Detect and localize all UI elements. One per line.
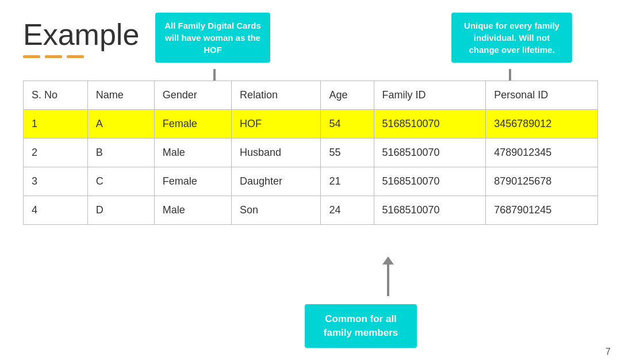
callout-unique: Unique for every family individual. Will…	[451, 13, 572, 63]
table-cell: Female	[154, 167, 231, 196]
table-cell: 24	[321, 196, 374, 225]
table-cell: D	[87, 196, 154, 225]
col-personal-id: Personal ID	[486, 81, 598, 110]
table-header-row: S. No Name Gender Relation Age Family ID…	[24, 81, 598, 110]
table-cell: 3456789012	[486, 110, 598, 139]
col-sno: S. No	[24, 81, 88, 110]
table-cell: 2	[24, 139, 88, 167]
table-cell: 5168510070	[374, 110, 486, 139]
table-cell: A	[87, 110, 154, 139]
table-cell: B	[87, 139, 154, 167]
page-number: 7	[605, 347, 611, 357]
table-cell: 3	[24, 167, 88, 196]
table-cell: Female	[154, 110, 231, 139]
table-cell: Husband	[232, 139, 321, 167]
table-cell: 1	[24, 110, 88, 139]
table-cell: Daughter	[232, 167, 321, 196]
table-cell: 5168510070	[374, 167, 486, 196]
table-cell: 4	[24, 196, 88, 225]
table-row: 2BMaleHusband5551685100704789012345	[24, 139, 598, 167]
table-row: 4DMaleSon2451685100707687901245	[24, 196, 598, 225]
table-row: 3CFemaleDaughter2151685100708790125678	[24, 167, 598, 196]
col-name: Name	[87, 81, 154, 110]
table-cell: 4789012345	[486, 139, 598, 167]
dash-1	[23, 55, 40, 58]
data-table: S. No Name Gender Relation Age Family ID…	[23, 81, 598, 225]
table-cell: HOF	[232, 110, 321, 139]
table-cell: 55	[321, 139, 374, 167]
callout-hof: All Family Digital Cards will have woman…	[155, 13, 270, 63]
col-age: Age	[321, 81, 374, 110]
table-cell: 8790125678	[486, 167, 598, 196]
table-cell: C	[87, 167, 154, 196]
table-cell: 54	[321, 110, 374, 139]
table-cell: 5168510070	[374, 196, 486, 225]
dash-2	[45, 55, 62, 58]
table-row: 1AFemaleHOF5451685100703456789012	[24, 110, 598, 139]
col-gender: Gender	[154, 81, 231, 110]
callout-common: Common for all family members	[305, 304, 417, 348]
table-cell: 7687901245	[486, 196, 598, 225]
col-relation: Relation	[232, 81, 321, 110]
table-cell: Male	[154, 139, 231, 167]
table-cell: 5168510070	[374, 139, 486, 167]
dash-3	[67, 55, 84, 58]
slide: Example All Family Digital Cards will ha…	[0, 0, 621, 364]
col-family-id: Family ID	[374, 81, 486, 110]
arrow-common	[382, 256, 394, 296]
table-cell: Male	[154, 196, 231, 225]
table-cell: 21	[321, 167, 374, 196]
table-cell: Son	[232, 196, 321, 225]
